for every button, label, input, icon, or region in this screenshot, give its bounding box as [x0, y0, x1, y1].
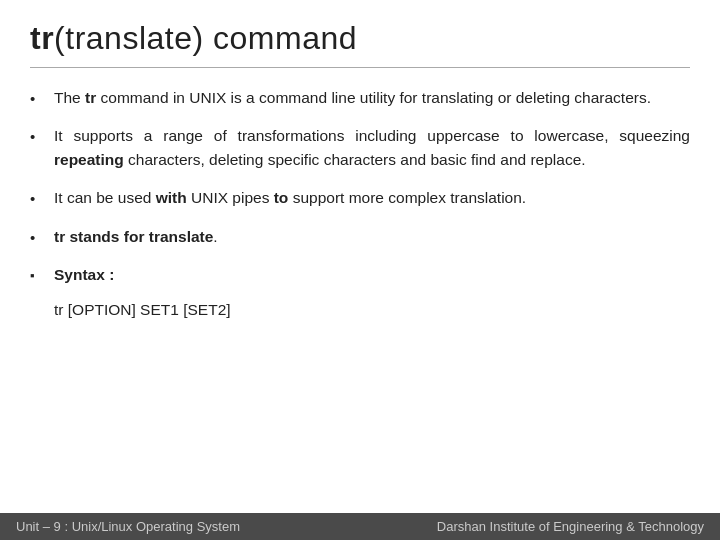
- bullet-list: • The tr command in UNIX is a command li…: [30, 86, 690, 287]
- bullet-dot: •: [30, 226, 48, 249]
- bullet-text-4: tr stands for translate.: [54, 225, 690, 249]
- list-item: ▪ Syntax :: [30, 263, 690, 287]
- bullet-text-2: It supports a range of transformations i…: [54, 124, 690, 172]
- bullet-dot: •: [30, 87, 48, 110]
- bullet-text-5: Syntax :: [54, 263, 690, 287]
- title-bold: tr: [30, 20, 54, 56]
- footer: Unit – 9 : Unix/Linux Operating System D…: [0, 513, 720, 540]
- list-item: • The tr command in UNIX is a command li…: [30, 86, 690, 110]
- list-item: • tr stands for translate.: [30, 225, 690, 249]
- list-item: • It supports a range of transformations…: [30, 124, 690, 172]
- footer-left: Unit – 9 : Unix/Linux Operating System: [16, 519, 240, 534]
- footer-right: Darshan Institute of Engineering & Techn…: [437, 519, 704, 534]
- bullet-square: ▪: [30, 266, 48, 286]
- bullet-text-3: It can be used with UNIX pipes to suppor…: [54, 186, 690, 210]
- bullet-dot: •: [30, 187, 48, 210]
- main-content: tr(translate) command • The tr command i…: [0, 0, 720, 329]
- page-title: tr(translate) command: [30, 20, 690, 57]
- list-item: • It can be used with UNIX pipes to supp…: [30, 186, 690, 210]
- syntax-block: tr [OPTION] SET1 [SET2]: [54, 301, 690, 319]
- bullet-text-1: The tr command in UNIX is a command line…: [54, 86, 690, 110]
- title-divider: [30, 67, 690, 68]
- bullet-dot: •: [30, 125, 48, 148]
- title-rest: (translate) command: [54, 20, 357, 56]
- syntax-text: tr [OPTION] SET1 [SET2]: [54, 301, 231, 318]
